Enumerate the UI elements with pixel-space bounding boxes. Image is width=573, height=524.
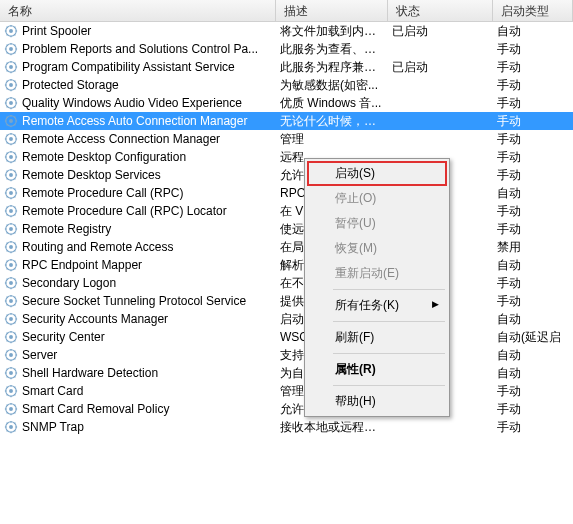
service-name: RPC Endpoint Mapper (22, 258, 142, 272)
service-gear-icon (4, 222, 18, 236)
service-desc: 优质 Windows 音... (276, 95, 388, 112)
service-gear-icon (4, 402, 18, 416)
service-type: 手动 (493, 401, 573, 418)
service-row[interactable]: Server支持此计算机通过...已启动自动 (0, 346, 573, 364)
service-desc: 此服务为程序兼容... (276, 59, 388, 76)
menu-help[interactable]: 帮助(H) (307, 389, 447, 414)
service-type: 手动 (493, 77, 573, 94)
service-row[interactable]: Remote Procedure Call (RPC)RPC自动 (0, 184, 573, 202)
service-row[interactable]: Quality Windows Audio Video Experience优质… (0, 94, 573, 112)
svg-point-61 (9, 137, 13, 141)
service-row[interactable]: Remote Access Connection Manager管理手动 (0, 130, 573, 148)
service-list: Print Spooler将文件加载到内存...已启动自动Problem Rep… (0, 22, 573, 436)
header-name[interactable]: 名称 (0, 0, 276, 21)
service-name: SNMP Trap (22, 420, 84, 434)
service-name-cell: Smart Card (0, 384, 276, 398)
menu-alltasks-label: 所有任务(K) (335, 298, 399, 312)
service-row[interactable]: Secure Socket Tunneling Protocol Service… (0, 292, 573, 310)
svg-point-31 (9, 83, 13, 87)
svg-point-161 (9, 317, 13, 321)
service-name-cell: Routing and Remote Access (0, 240, 276, 254)
svg-point-91 (9, 191, 13, 195)
service-row[interactable]: Remote Access Auto Connection Manager无论什… (0, 112, 573, 130)
service-name: Quality Windows Audio Video Experience (22, 96, 242, 110)
service-row[interactable]: Secondary Logon在不手动 (0, 274, 573, 292)
service-name-cell: Remote Access Auto Connection Manager (0, 114, 276, 128)
service-name: Print Spooler (22, 24, 91, 38)
svg-point-171 (9, 335, 13, 339)
service-type: 自动(延迟启 (493, 329, 573, 346)
service-row[interactable]: Security Accounts Manager启动自动 (0, 310, 573, 328)
service-type: 自动 (493, 23, 573, 40)
service-type: 自动 (493, 257, 573, 274)
service-name-cell: Shell Hardware Detection (0, 366, 276, 380)
service-type: 禁用 (493, 239, 573, 256)
service-name: Shell Hardware Detection (22, 366, 158, 380)
menu-refresh[interactable]: 刷新(F) (307, 325, 447, 350)
service-gear-icon (4, 366, 18, 380)
header-status[interactable]: 状态 (388, 0, 493, 21)
service-name-cell: Security Center (0, 330, 276, 344)
submenu-arrow-icon: ▶ (432, 299, 439, 309)
menu-pause: 暂停(U) (307, 211, 447, 236)
service-name-cell: Server (0, 348, 276, 362)
service-gear-icon (4, 168, 18, 182)
service-row[interactable]: Program Compatibility Assistant Service此… (0, 58, 573, 76)
menu-start[interactable]: 启动(S) (307, 161, 447, 186)
svg-point-81 (9, 173, 13, 177)
service-row[interactable]: Remote Registry使远手动 (0, 220, 573, 238)
svg-point-11 (9, 47, 13, 51)
menu-restart: 重新启动(E) (307, 261, 447, 286)
menu-alltasks[interactable]: 所有任务(K) ▶ (307, 293, 447, 318)
service-gear-icon (4, 384, 18, 398)
service-row[interactable]: Routing and Remote Access在局禁用 (0, 238, 573, 256)
header-type[interactable]: 启动类型 (493, 0, 573, 21)
svg-point-21 (9, 65, 13, 69)
context-menu: 启动(S) 停止(O) 暂停(U) 恢复(M) 重新启动(E) 所有任务(K) … (304, 158, 450, 417)
service-type: 手动 (493, 383, 573, 400)
service-type: 手动 (493, 203, 573, 220)
service-name: Remote Desktop Configuration (22, 150, 186, 164)
svg-point-131 (9, 263, 13, 267)
service-name-cell: SNMP Trap (0, 420, 276, 434)
service-row[interactable]: Shell Hardware Detection为自动播放硬件事...已启动自动 (0, 364, 573, 382)
service-type: 手动 (493, 167, 573, 184)
service-row[interactable]: Remote Procedure Call (RPC) Locator在 V手动 (0, 202, 573, 220)
svg-point-41 (9, 101, 13, 105)
service-type: 手动 (493, 275, 573, 292)
service-row[interactable]: Smart Card管理此计算机对智...手动 (0, 382, 573, 400)
service-name: Program Compatibility Assistant Service (22, 60, 235, 74)
service-gear-icon (4, 204, 18, 218)
svg-point-141 (9, 281, 13, 285)
service-name-cell: Security Accounts Manager (0, 312, 276, 326)
service-gear-icon (4, 78, 18, 92)
service-name: Problem Reports and Solutions Control Pa… (22, 42, 258, 56)
service-row[interactable]: Remote Desktop Services允许手动 (0, 166, 573, 184)
service-name-cell: Protected Storage (0, 78, 276, 92)
service-row[interactable]: SNMP Trap接收本地或远程简...手动 (0, 418, 573, 436)
service-row[interactable]: RPC Endpoint Mapper解析自动 (0, 256, 573, 274)
menu-properties[interactable]: 属性(R) (307, 357, 447, 382)
header-desc[interactable]: 描述 (276, 0, 388, 21)
service-name: Remote Desktop Services (22, 168, 161, 182)
service-gear-icon (4, 96, 18, 110)
service-type: 手动 (493, 419, 573, 436)
service-name: Remote Procedure Call (RPC) (22, 186, 183, 200)
service-name-cell: Remote Procedure Call (RPC) (0, 186, 276, 200)
service-name-cell: Remote Desktop Configuration (0, 150, 276, 164)
svg-point-221 (9, 425, 13, 429)
service-name-cell: Secure Socket Tunneling Protocol Service (0, 294, 276, 308)
service-row[interactable]: Smart Card Removal Policy允许系统配置为移...手动 (0, 400, 573, 418)
service-type: 自动 (493, 347, 573, 364)
service-row[interactable]: Problem Reports and Solutions Control Pa… (0, 40, 573, 58)
service-gear-icon (4, 240, 18, 254)
service-row[interactable]: Print Spooler将文件加载到内存...已启动自动 (0, 22, 573, 40)
service-name: Remote Access Connection Manager (22, 132, 220, 146)
service-type: 自动 (493, 311, 573, 328)
service-row[interactable]: Protected Storage为敏感数据(如密...手动 (0, 76, 573, 94)
svg-point-151 (9, 299, 13, 303)
service-name: Protected Storage (22, 78, 119, 92)
service-row[interactable]: Security CenterWSCSVC(Windo...已启动自动(延迟启 (0, 328, 573, 346)
service-row[interactable]: Remote Desktop Configuration远程手动 (0, 148, 573, 166)
service-gear-icon (4, 312, 18, 326)
